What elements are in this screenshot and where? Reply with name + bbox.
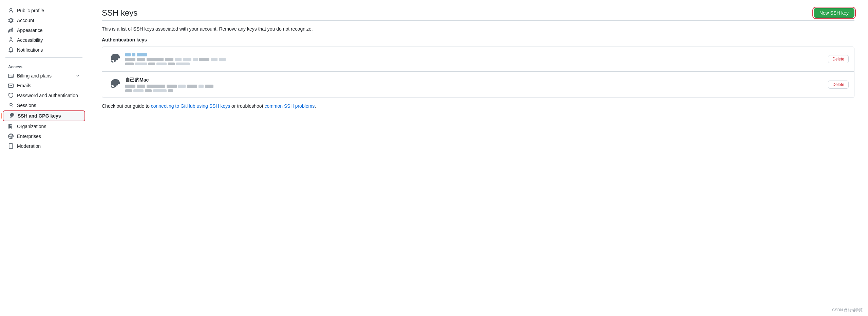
bell-icon [8, 47, 14, 53]
main-content: SSH keys New SSH key This is a list of S… [88, 0, 868, 316]
sidebar-item-label: Account [17, 18, 34, 23]
sidebar-item-label: Billing and plans [17, 73, 52, 78]
sidebar-item-organizations[interactable]: Organizations [3, 122, 85, 131]
sidebar-item-label: SSH and GPG keys [18, 113, 61, 119]
sidebar-item-label: Appearance [17, 28, 43, 33]
ssh-problems-link[interactable]: common SSH problems [264, 103, 315, 109]
key-icon [108, 52, 121, 66]
sidebar-item-label: Enterprises [17, 134, 41, 139]
ssh-key-date-row-2 [125, 89, 823, 92]
sidebar-item-label: Public profile [17, 8, 44, 13]
sidebar-item-label: Moderation [17, 143, 41, 149]
watermark: CSDN @前端学苑 [832, 308, 863, 313]
sidebar-item-label: Notifications [17, 47, 43, 53]
ssh-key-list: Delete 自己的Mac [102, 47, 854, 98]
sidebar-item-notifications[interactable]: Notifications [3, 45, 85, 55]
sidebar-item-billing[interactable]: Billing and plans [3, 71, 85, 81]
new-ssh-key-button[interactable]: New SSH key [814, 8, 854, 18]
key-icon-2 [108, 78, 121, 91]
sidebar-item-sessions[interactable]: Sessions [3, 101, 85, 110]
page-divider [102, 20, 854, 21]
table-row: Delete [102, 47, 854, 72]
sidebar-item-label: Emails [17, 83, 31, 88]
sidebar-item-label: Sessions [17, 103, 36, 108]
table-row: 自己的Mac [102, 72, 854, 98]
page-title: SSH keys [102, 8, 137, 18]
moderation-icon [8, 143, 14, 149]
accessibility-icon [8, 37, 14, 43]
delete-key-1-button[interactable]: Delete [828, 55, 849, 63]
paintbrush-icon [8, 28, 14, 33]
ssh-key-name: 自己的Mac [125, 77, 823, 83]
sidebar: Public profile Account Appearance Access… [0, 0, 88, 316]
chevron-down-icon [76, 74, 80, 78]
ssh-key-details [125, 53, 823, 65]
sidebar-item-appearance[interactable]: Appearance [3, 25, 85, 35]
sidebar-item-password[interactable]: Password and authentication [3, 91, 85, 100]
sidebar-item-label: Organizations [17, 124, 46, 129]
credit-card-icon [8, 73, 14, 78]
sidebar-item-label: Accessibility [17, 37, 43, 43]
sidebar-item-public-profile[interactable]: Public profile [3, 6, 85, 15]
ssh-key-date-row [125, 63, 823, 65]
mail-icon [8, 83, 14, 88]
sidebar-item-account[interactable]: Account [3, 16, 85, 25]
auth-keys-title: Authentication keys [102, 37, 854, 42]
ssh-key-details-2: 自己的Mac [125, 77, 823, 92]
sidebar-item-accessibility[interactable]: Accessibility [3, 35, 85, 45]
ssh-key-fingerprint-row-2 [125, 85, 823, 88]
gear-icon [8, 18, 14, 23]
sidebar-item-enterprises[interactable]: Enterprises [3, 131, 85, 141]
sidebar-item-moderation[interactable]: Moderation [3, 141, 85, 151]
sidebar-item-label: Password and authentication [17, 93, 78, 98]
ssh-key-fingerprint-row [125, 58, 823, 61]
delete-key-2-button[interactable]: Delete [828, 81, 849, 89]
person-icon [8, 8, 14, 13]
broadcast-icon [8, 103, 14, 108]
ssh-key-name-row [125, 53, 823, 56]
key-icon [9, 113, 14, 119]
sidebar-item-ssh-gpg[interactable]: SSH and GPG keys [3, 110, 85, 121]
page-header: SSH keys New SSH key [102, 8, 854, 18]
sidebar-divider [5, 57, 82, 58]
sidebar-item-emails[interactable]: Emails [3, 81, 85, 90]
ssh-guide-link[interactable]: connecting to GitHub using SSH keys [151, 103, 230, 109]
org-icon [8, 124, 14, 129]
page-description: This is a list of SSH keys associated wi… [102, 26, 854, 32]
globe-icon [8, 134, 14, 139]
access-section-label: Access [0, 60, 88, 71]
shield-icon [8, 93, 14, 98]
footer-links: Check out our guide to connecting to Git… [102, 103, 854, 109]
